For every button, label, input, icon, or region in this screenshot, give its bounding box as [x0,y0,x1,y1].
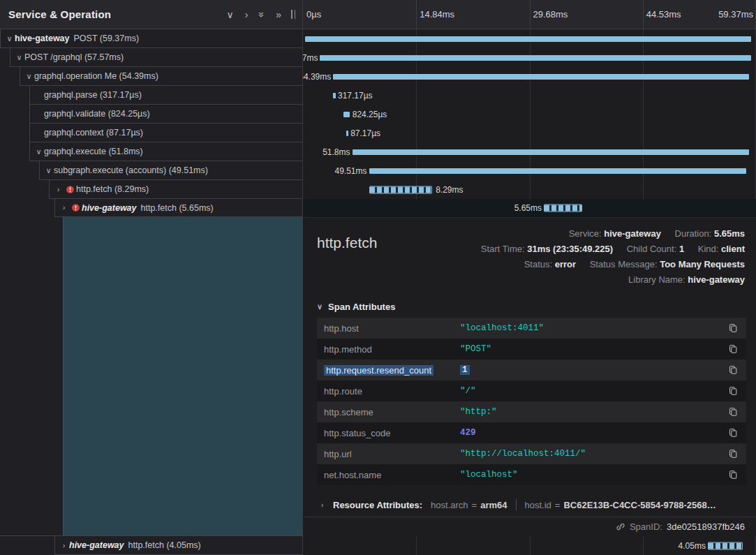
span-bar[interactable] [333,93,336,98]
span-id-footer: SpanID: 3de02518937fb246 [303,517,756,536]
span-bar[interactable] [708,542,743,549]
timeline-row [303,29,756,48]
copy-icon[interactable] [727,407,739,417]
panel-resize-handle[interactable] [288,10,298,19]
timeline-row: 57.57ms [303,48,756,67]
copy-icon[interactable] [727,344,739,354]
chevron-right-icon[interactable] [59,204,69,212]
attribute-row[interactable]: http.route "/" [317,380,746,401]
span-bar[interactable] [369,168,747,174]
meta-kind: client [721,244,745,254]
attribute-row[interactable]: http.url "http://localhost:4011/" [317,443,746,464]
span-bar[interactable] [333,74,749,80]
span-operation: graphql.parse (317.17µs) [44,90,142,100]
tree-row-selected[interactable]: hive-gateway http.fetch (5.65ms) [0,199,302,217]
chevron-down-icon [317,303,323,311]
ruler-tick: 14.84ms [420,9,454,20]
span-operation: graphql.validate (824.25µs) [44,109,150,119]
span-detail-title: http.fetch [317,226,377,288]
timeline-row: 51.8ms [303,142,756,161]
chevron-down-icon[interactable] [221,8,239,21]
attribute-row[interactable]: http.method "POST" [317,339,746,360]
copy-icon[interactable] [727,386,739,396]
span-duration-label: 54.39ms [303,72,331,82]
attributes-table: http.host "localhost:4011" http.method "… [317,318,746,485]
span-bar[interactable] [346,131,348,136]
meta-library-name: hive-gateway [688,274,745,285]
attribute-key: http.scheme [324,407,373,417]
attribute-value: "POST" [460,344,491,354]
attribute-row-selected[interactable]: http.request.resend_count 1 [317,360,746,380]
span-duration-label: 5.65ms [514,203,542,213]
ruler-tick: 59.37ms [718,9,753,20]
span-bar[interactable] [305,36,751,42]
chevron-right-icon[interactable] [239,8,254,21]
tree-row[interactable]: graphql.context (87.17µs) [0,124,302,142]
meta-start-time: 31ms (23:35:49.225) [527,244,613,254]
resource-value: arm64 [480,500,507,510]
tree-header-title: Service & Operation [8,8,221,20]
divider [516,499,517,510]
attribute-key: http.host [324,323,359,334]
ruler-tick: 44.53ms [646,9,681,20]
span-detail-indent-block [63,217,302,535]
timeline-row-selected: 5.65ms [303,199,756,217]
attribute-value: "http://localhost:4011/" [460,449,586,459]
copy-icon[interactable] [727,428,739,438]
chevron-right-icon[interactable] [53,186,64,193]
chevron-down-icon[interactable] [34,148,44,156]
tree-row[interactable]: hive-gateway http.fetch (4.05ms) [0,536,302,555]
collapse-all-icon[interactable] [270,8,287,21]
copy-icon[interactable] [727,323,739,333]
attribute-key: http.route [324,386,362,397]
resource-key: host.id [525,500,551,510]
attribute-key: net.host.name [324,470,381,480]
tree-row[interactable]: http.fetch (8.29ms) [0,180,302,199]
tree-row[interactable]: subgraph.execute (accounts) (49.51ms) [0,161,302,180]
chevron-right-icon[interactable] [59,542,69,549]
chevron-down-icon[interactable] [4,35,15,43]
span-service: hive-gateway [15,34,70,43]
expand-all-icon[interactable] [253,8,270,21]
tree-row[interactable]: POST /graphql (57.57ms) [0,48,302,67]
resource-attributes-row[interactable]: Resource Attributes: host.arch = arm64 h… [317,495,745,517]
chevron-down-icon[interactable] [43,167,54,175]
attribute-row[interactable]: net.host.name "localhost" [317,464,746,485]
meta-status: error [555,259,576,269]
attribute-key: http.method [324,344,372,355]
tree-row[interactable]: graphql.operation Me (54.39ms) [0,67,302,86]
span-duration-label: 57.57ms [303,53,318,63]
attribute-row[interactable]: http.status_code 429 [317,422,746,443]
ruler-tick: 29.68ms [533,9,568,20]
tree-row[interactable]: graphql.validate (824.25µs) [0,105,302,124]
copy-icon[interactable] [727,449,739,459]
span-attributes-header[interactable]: Span Attributes [317,297,745,318]
span-bar[interactable] [343,112,350,117]
span-id-value: 3de02518937fb246 [667,521,745,532]
tree-row[interactable]: graphql.parse (317.17µs) [0,86,302,105]
chevron-down-icon[interactable] [14,54,24,61]
span-bar[interactable] [353,149,750,155]
attribute-key: http.status_code [324,428,390,438]
link-icon [615,521,625,532]
span-operation: POST /graphql (57.57ms) [24,52,124,62]
span-bar[interactable] [544,205,582,212]
attribute-value: "localhost:4011" [460,323,544,333]
attribute-row[interactable]: http.scheme "http:" [317,401,746,422]
resource-value: BC62E13B-C4CC-5854-9788-2568… [563,500,716,510]
attribute-row[interactable]: http.host "localhost:4011" [317,318,746,339]
copy-icon[interactable] [727,365,739,375]
span-duration-label: 49.51ms [334,166,366,176]
resource-key: host.arch [431,500,468,510]
copy-icon[interactable] [727,470,739,480]
tree-row[interactable]: graphql.execute (51.8ms) [0,142,302,161]
span-bar[interactable] [369,186,432,193]
error-icon [71,203,80,212]
chevron-down-icon[interactable] [24,73,34,80]
meta-status-message: Too Many Requests [660,259,745,269]
span-bar[interactable] [320,55,751,61]
span-operation: graphql.execute (51.8ms) [44,147,143,156]
span-id-label: SpanID: [630,521,662,532]
timeline-row: 87.17µs [303,124,756,142]
tree-row[interactable]: hive-gateway POST (59.37ms) [0,29,302,48]
